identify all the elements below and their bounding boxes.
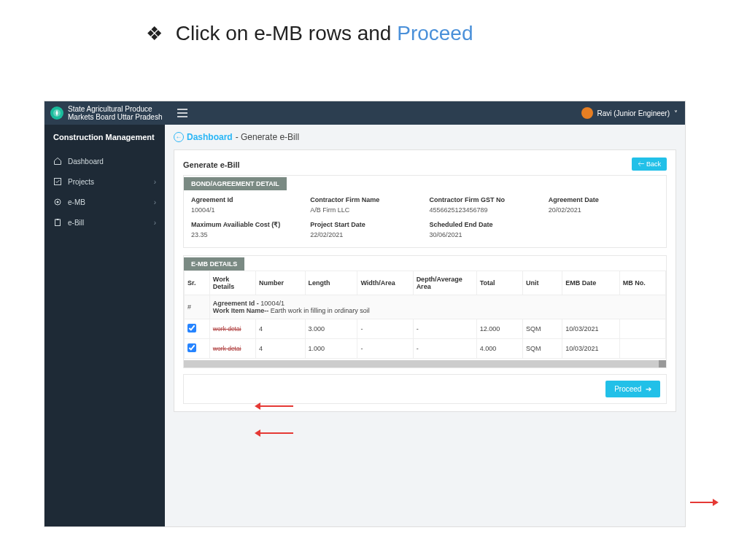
table-header: EMB Date [562, 271, 619, 295]
table-row: work detai43.000--12.000SQM10/03/2021 [185, 319, 666, 339]
detail-cell: Agreement Id10004/1 [191, 196, 301, 214]
table-header: Number [256, 271, 306, 295]
group-desc: Agreement Id - 10004/1Work Item Name-- E… [209, 295, 665, 319]
org-name: State Agricultural Produce Markets Board… [68, 105, 163, 121]
circle-icon [53, 198, 62, 206]
back-circle-icon[interactable]: ← [174, 132, 184, 142]
work-detail-link[interactable]: work detai [213, 326, 241, 332]
org-logo-icon [50, 106, 63, 120]
horizontal-scrollbar[interactable] [184, 360, 666, 368]
sidebar-item-ebill[interactable]: e-Bill › [44, 212, 165, 233]
hamburger-icon[interactable] [177, 109, 187, 117]
table-header: Total [476, 271, 522, 295]
panel-title: Generate e-Bill [183, 160, 240, 169]
proceed-row: Proceed ➔ [183, 374, 667, 404]
group-hash: # [185, 295, 210, 319]
cell: 10/03/2021 [562, 339, 619, 359]
detail-cell: Maximum Availiable Cost (₹)23.35 [191, 221, 301, 238]
cell: SQM [522, 319, 562, 339]
detail-label: Agreement Id [191, 196, 301, 203]
back-button[interactable]: 🡠 Back [632, 158, 667, 171]
table-header: Length [305, 271, 357, 295]
detail-value: 23.35 [191, 231, 301, 238]
slide-highlight: Proceed [397, 22, 473, 44]
cell: work detai [209, 319, 255, 339]
detail-value: 30/06/2021 [430, 231, 540, 238]
breadcrumb: ← Dashboard - Generate e-Bill [174, 132, 676, 142]
cell: 4 [256, 319, 306, 339]
sidebar-item-label: Projects [68, 178, 94, 186]
table-header: MB No. [619, 271, 665, 295]
detail-label: Contractor Firm Name [310, 196, 420, 203]
cell: 4 [256, 339, 306, 359]
row-checkbox[interactable] [187, 324, 196, 332]
cell: work detai [209, 339, 255, 359]
sidebar-item-label: Dashboard [68, 158, 104, 166]
user-name: Ravi (Junior Engineer) [597, 109, 670, 117]
panel-header: Generate e-Bill 🡠 Back [183, 158, 667, 171]
org-line1: State Agricultural Produce [68, 105, 163, 113]
user-menu[interactable]: Ravi (Junior Engineer) ˅ [581, 107, 678, 119]
cell: - [413, 339, 476, 359]
sidebar: Construction Management Dashboard Projec… [44, 125, 165, 526]
cell: - [357, 339, 413, 359]
slide-title: ❖ Click on e-MB rows and Proceed [0, 0, 747, 45]
detail-label: Maximum Availiable Cost (₹) [191, 221, 301, 228]
agreement-section-head: BOND/AGREEMENT DETAIL [184, 177, 287, 190]
check-icon [53, 177, 62, 186]
detail-label: Project Start Date [310, 221, 420, 228]
table-header: Unit [522, 271, 562, 295]
slide-text: Click on e-MB rows and [176, 22, 397, 44]
app-frame: State Agricultural Produce Markets Board… [44, 101, 686, 527]
detail-cell [549, 221, 659, 238]
back-button-label: Back [646, 160, 661, 168]
annotation-arrow [257, 432, 293, 434]
detail-value: A/B Firm LLC [310, 206, 420, 214]
topbar: State Agricultural Produce Markets Board… [44, 101, 685, 125]
row-checkbox-cell [185, 339, 210, 359]
svg-rect-4 [55, 219, 61, 226]
chevron-right-icon: › [154, 198, 156, 206]
cell: 4.000 [476, 339, 522, 359]
org-line2: Markets Board Uttar Pradesh [68, 113, 163, 121]
panel: Generate e-Bill 🡠 Back BOND/AGREEMENT DE… [174, 149, 676, 412]
sidebar-item-label: e-MB [68, 198, 85, 206]
content-area: ← Dashboard - Generate e-Bill Generate e… [165, 125, 685, 526]
row-checkbox-cell [185, 319, 210, 339]
sidebar-item-emb[interactable]: e-MB › [44, 192, 165, 212]
sidebar-item-projects[interactable]: Projects › [44, 171, 165, 192]
table-header: Sr. [185, 271, 210, 295]
emb-section-head: E-MB DETAILS [184, 257, 244, 271]
emb-table: Sr.Work DetailsNumberLengthWidth/AreaDep… [184, 271, 666, 359]
detail-cell: Contractor Firm NameA/B Firm LLC [310, 196, 420, 214]
chevron-right-icon: › [154, 219, 156, 227]
proceed-button[interactable]: Proceed ➔ [605, 381, 660, 397]
sidebar-title: Construction Management [44, 125, 165, 151]
avatar [581, 107, 593, 119]
cell: - [413, 319, 476, 339]
proceed-button-label: Proceed [614, 385, 641, 393]
table-header: Work Details [209, 271, 255, 295]
clipboard-icon [53, 218, 62, 227]
annotation-arrow [257, 405, 293, 407]
sidebar-item-dashboard[interactable]: Dashboard [44, 151, 165, 171]
home-icon [53, 157, 62, 166]
table-header: Depth/Average Area [413, 271, 476, 295]
table-group-row: #Agreement Id - 10004/1Work Item Name-- … [185, 295, 666, 319]
annotation-arrow [690, 502, 716, 503]
detail-value: 10004/1 [191, 206, 301, 214]
cell: - [357, 319, 413, 339]
detail-cell: Contractor Firm GST No4556625123456789 [430, 196, 540, 214]
detail-label: Scheduled End Date [430, 221, 540, 228]
cell [619, 319, 665, 339]
cell [619, 339, 665, 359]
breadcrumb-link[interactable]: Dashboard [187, 132, 233, 142]
agreement-section: BOND/AGREEMENT DETAIL Agreement Id10004/… [183, 175, 667, 248]
work-detail-link[interactable]: work detai [213, 346, 241, 352]
row-checkbox[interactable] [187, 343, 196, 352]
chevron-right-icon: › [154, 178, 156, 186]
detail-value: 20/02/2021 [549, 206, 659, 214]
cell: 3.000 [305, 319, 357, 339]
detail-value: 4556625123456789 [430, 206, 540, 214]
detail-cell: Agreement Date20/02/2021 [549, 196, 659, 214]
